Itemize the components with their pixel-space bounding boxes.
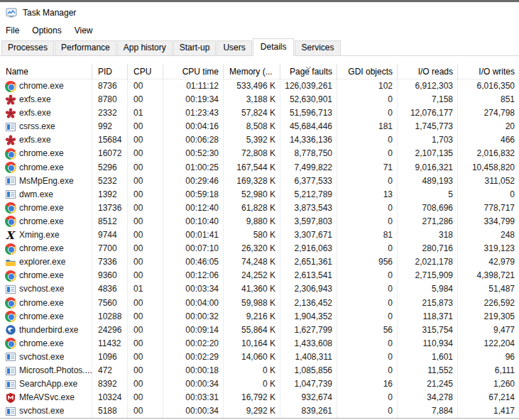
cell-pid: 1096 xyxy=(92,350,128,364)
cell-memory: 9,292 K xyxy=(224,404,280,418)
chrome-icon xyxy=(5,243,16,255)
table-row[interactable]: chrome.exe52960001:00:25167,544 K7,499,8… xyxy=(0,161,519,175)
process-name-cell: svchost.exe xyxy=(0,350,92,364)
menu-view[interactable]: View xyxy=(70,24,98,37)
menu-options[interactable]: Options xyxy=(27,24,66,37)
chrome-icon xyxy=(5,148,16,160)
column-header-page-faults[interactable]: Page faults xyxy=(280,64,337,79)
cell-io_reads: 6,912,303 xyxy=(398,79,458,93)
cell-io_reads: 489,193 xyxy=(398,175,458,188)
table-row[interactable]: exfs.exe23320101:23:4357,824 K51,596,713… xyxy=(0,106,519,120)
column-header-gdi-objects[interactable]: GDI objects xyxy=(337,64,398,79)
cell-cpu_time: 00:01:41 xyxy=(163,228,224,242)
cell-gdi_objects: 0 xyxy=(337,201,398,215)
table-row[interactable]: svchost.exe10960000:02:2914,060 K1,408,3… xyxy=(0,350,519,364)
table-row[interactable]: MsMpEng.exe52320000:29:46169,328 K6,377,… xyxy=(0,175,519,188)
tab-start-up[interactable]: Start-up xyxy=(173,40,217,55)
process-name: chrome.exe xyxy=(19,297,64,310)
table-row[interactable]: chrome.exe85120000:10:409,880 K3,597,803… xyxy=(0,215,519,228)
cell-cpu: 00 xyxy=(128,337,163,350)
cell-cpu_time: 00:46:05 xyxy=(163,255,224,269)
tab-processes[interactable]: Processes xyxy=(1,40,54,55)
cell-page_faults: 1,904,352 xyxy=(280,310,337,324)
table-row[interactable]: chrome.exe114320000:02:2010,164 K1,433,6… xyxy=(0,337,519,350)
table-row[interactable]: svchost.exe51880000:00:349,292 K839,2610… xyxy=(0,404,519,418)
process-name: MsMpEng.exe xyxy=(19,175,74,188)
table-row[interactable]: chrome.exe93600000:12:0624,252 K2,613,54… xyxy=(0,269,519,282)
table-row[interactable]: csrss.exe9920000:04:168,508 K45,684,4461… xyxy=(0,120,519,133)
cell-memory: 26,320 K xyxy=(224,242,280,255)
table-row[interactable]: chrome.exe102880000:00:329,216 K1,904,35… xyxy=(0,310,519,324)
process-name-cell: chrome.exe xyxy=(0,161,92,175)
column-header-io-reads[interactable]: I/O reads xyxy=(398,64,458,79)
cell-cpu: 00 xyxy=(128,255,163,269)
process-name-cell: exfs.exe xyxy=(0,93,92,106)
chrome-icon xyxy=(5,81,16,92)
table-row[interactable]: explorer.exe73360000:46:0574,248 K2,651,… xyxy=(0,255,519,269)
cell-io_reads: 7,158 xyxy=(398,93,458,106)
table-row[interactable]: chrome.exe77000000:07:1026,320 K2,916,06… xyxy=(0,242,519,255)
cell-io_reads: 318 xyxy=(398,228,458,242)
process-name: thunderbird.exe xyxy=(19,324,78,337)
table-row[interactable]: exfs.exe156840000:06:285,392 K14,336,136… xyxy=(0,133,519,147)
column-header-memory[interactable]: Memory (... xyxy=(224,64,280,79)
cell-pid: 16072 xyxy=(92,147,128,160)
cell-page_faults: 2,136,452 xyxy=(280,297,337,310)
chrome-icon xyxy=(5,270,16,282)
cell-io_reads: 280,716 xyxy=(398,242,458,255)
column-header-name[interactable]: Name xyxy=(0,64,92,79)
cell-cpu_time: 01:00:25 xyxy=(163,161,224,175)
menu-file[interactable]: File xyxy=(1,24,24,37)
cell-memory: 9,216 K xyxy=(224,310,280,324)
cell-cpu_time: 00:52:30 xyxy=(163,147,224,160)
table-row[interactable]: dwm.exe13920000:59:1852,980 K5,212,78913… xyxy=(0,188,519,201)
table-row[interactable]: chrome.exe160720000:52:3072,808 K8,778,7… xyxy=(0,147,519,160)
thunderbird-icon xyxy=(5,324,16,336)
title-bar[interactable]: Task Manager xyxy=(0,2,519,23)
table-row[interactable]: MfeAVSvc.exe103240000:03:3116,792 K932,6… xyxy=(0,391,519,404)
tab-app-history[interactable]: App history xyxy=(117,40,173,55)
cell-io_writes: 67,214 xyxy=(458,391,519,404)
process-name-cell: chrome.exe xyxy=(0,310,92,324)
cell-pid: 24296 xyxy=(92,324,128,337)
cell-page_faults: 1,085,856 xyxy=(280,364,337,377)
cell-cpu: 00 xyxy=(128,120,163,133)
cell-page_faults: 52,630,901 xyxy=(280,93,337,106)
table-row[interactable]: chrome.exe137360000:12:4061,828 K3,873,5… xyxy=(0,201,519,215)
tab-users[interactable]: Users xyxy=(217,40,251,55)
flower-icon xyxy=(5,135,16,146)
cell-io_reads: 5,984 xyxy=(398,282,458,296)
column-header-cpu[interactable]: CPU xyxy=(128,64,163,79)
cell-gdi_objects: 0 xyxy=(337,175,398,188)
cell-page_faults: 3,873,543 xyxy=(280,201,337,215)
table-row[interactable]: Microsoft.Photos....4720000:00:180 K1,08… xyxy=(0,364,519,377)
tab-performance[interactable]: Performance xyxy=(55,40,116,55)
table-row[interactable]: exfs.exe87800000:19:343,188 K52,630,9010… xyxy=(0,93,519,106)
process-name: SearchApp.exe xyxy=(19,377,77,391)
cell-io_writes: 226,592 xyxy=(458,297,519,310)
cell-page_faults: 1,408,311 xyxy=(280,350,337,364)
table-row[interactable]: SearchApp.exe83920000:00:340 K1,047,7391… xyxy=(0,377,519,391)
tab-details[interactable]: Details xyxy=(253,38,295,56)
cell-memory: 59,988 K xyxy=(224,297,280,310)
process-name-cell: chrome.exe xyxy=(0,242,92,255)
cell-page_faults: 126,039,261 xyxy=(280,79,337,93)
window-icon xyxy=(5,351,16,363)
cell-pid: 10324 xyxy=(92,391,128,404)
table-row[interactable]: chrome.exe75600000:04:0059,988 K2,136,45… xyxy=(0,297,519,310)
cell-memory: 10,164 K xyxy=(224,337,280,350)
table-row[interactable]: chrome.exe87360001:11:12533,496 K126,039… xyxy=(0,79,519,93)
cell-gdi_objects: 0 xyxy=(337,93,398,106)
table-row[interactable]: svchost.exe48360100:03:3441,360 K2,306,9… xyxy=(0,282,519,296)
cell-io_writes: 334,799 xyxy=(458,215,519,228)
column-header-pid[interactable]: PID xyxy=(92,64,128,79)
table-row[interactable]: thunderbird.exe242960000:09:1455,864 K1,… xyxy=(0,324,519,337)
process-name-cell: Microsoft.Photos.... xyxy=(0,364,92,377)
table-row[interactable]: Xming.exe97440000:01:41580 K3,307,671813… xyxy=(0,228,519,242)
tab-services[interactable]: Services xyxy=(295,40,340,55)
cell-gdi_objects: 0 xyxy=(337,391,398,404)
column-header-cpu-time[interactable]: CPU time xyxy=(163,64,224,79)
process-name: svchost.exe xyxy=(19,282,64,296)
column-header-io-writes[interactable]: I/O writes xyxy=(458,64,519,79)
process-name-cell: thunderbird.exe xyxy=(0,324,92,337)
